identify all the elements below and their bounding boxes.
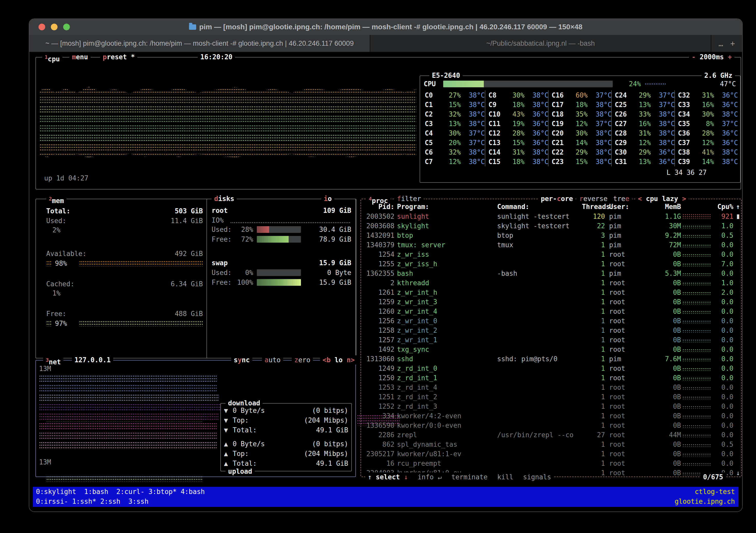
proc-box: 4proc filter per-core reverse tree < cpu… [361, 199, 742, 477]
menu-button[interactable]: menu [69, 52, 91, 62]
core-cell: C2030%38°C [549, 128, 612, 138]
terminate-action[interactable]: terminate [451, 473, 488, 481]
proc-scrollbar[interactable] [733, 212, 742, 221]
core-cell: C1718%38°C [549, 100, 612, 109]
signals-action[interactable]: signals [523, 473, 551, 481]
free-meter [79, 320, 203, 327]
core-cell: C3113%36°C [612, 157, 675, 166]
mem-free-pct: 97% [46, 319, 203, 328]
process-row[interactable]: 334 kworker/4:2-even 1 root 0B 0.0 [361, 411, 735, 420]
proc-scrollbar[interactable] [733, 468, 742, 478]
process-row[interactable]: 862 spl_dynamic_tas 1 root 0B 0.5 [361, 440, 735, 449]
core-cell: C2831%38°C [612, 128, 675, 138]
net-sync-button[interactable]: sync [231, 355, 253, 364]
process-row[interactable]: 1257 z_wr_int_1 1 root 0B 0.0 [361, 335, 735, 345]
cpu-mini-meter [682, 330, 711, 333]
mem-available-pct: 98% [46, 259, 203, 268]
core-cell: C712%38°C [422, 157, 485, 166]
proc-table-header[interactable]: Pid: Program: Command: Threads: User: Me… [361, 202, 740, 211]
process-row[interactable]: 1255 z_wr_iss_h 1 root 0B 7.0 [361, 259, 735, 269]
net-interface-switcher[interactable]: <b lo n> [320, 355, 357, 364]
core-cell: C918%38°C [485, 100, 549, 109]
process-row[interactable]: 2 kthreadd 1 root 0B 1.0 [361, 278, 735, 287]
core-cell: C2315%38°C [549, 157, 612, 166]
new-tab-button[interactable]: + [730, 39, 735, 48]
process-row[interactable]: 2305217 kworker/u81:1-ev 1 root 0B 0.0 [361, 449, 735, 459]
core-cell: C1431%38°C [485, 147, 549, 157]
process-row[interactable]: 1336590 kworker/0:0-even 1 root 0B 0.0 [361, 420, 735, 430]
info-action[interactable]: info [418, 473, 434, 481]
cpu-mini-meter [682, 406, 711, 409]
update-interval-control[interactable]: - 2000ms + [689, 52, 734, 62]
net-auto-button[interactable]: auto [262, 355, 283, 364]
process-row[interactable]: 1249 z_rd_int_0 1 root 0B 0.0 [361, 363, 735, 373]
cpu-total-pct: 24% [613, 79, 641, 89]
mem-cached-pct: 1% [46, 289, 203, 298]
process-row[interactable]: 1260 z_wr_int_4 1 root 0B 0.0 [361, 306, 735, 316]
process-list: 2003502 sunlight sunlight -testcert 120 … [361, 212, 735, 478]
minimize-button[interactable] [51, 24, 58, 30]
process-row[interactable]: 1432091 btop btop 3 pim 9.2M 0.5 [361, 230, 735, 240]
core-cell: C3430%38°C [675, 109, 738, 119]
folder-icon [189, 24, 196, 30]
core-cell: C1119%36°C [485, 119, 549, 128]
title-bar[interactable]: pim — [mosh] pim@glootie.ipng.ch: /home/… [29, 19, 742, 35]
process-row[interactable]: 1492 txg_sync 1 root 0B 0.0 [361, 345, 735, 354]
disk-swap-used-row: Used: 0% 0 Byte [212, 268, 351, 277]
tmux-windows-list[interactable]: 0:skylight 1:bash 2:curl- 3:btop* 4:bash [36, 487, 205, 496]
kill-action[interactable]: kill [497, 473, 513, 481]
interval-minus-button[interactable]: - [691, 53, 696, 61]
cpu-mini-meter [682, 396, 711, 399]
sort-arrow-icon[interactable]: ↑ [733, 202, 742, 211]
core-cell: C2429%37°C [612, 91, 675, 100]
cpu-box-title[interactable]: 1cpu [42, 52, 63, 64]
select-up-icon[interactable]: ↑ [368, 473, 372, 481]
process-row[interactable]: 1362355 bash -bash 1 pim 5.3M 0.0 [361, 269, 735, 278]
select-action[interactable]: select [376, 473, 400, 481]
cpu-detail-box: E5-2640 2.6 GHz CPU 24% 47°C C027%38°CC1… [419, 75, 741, 183]
process-row[interactable]: 1251 z_rd_int_2 1 root 0B 0.0 [361, 392, 735, 402]
cpu-mini-meter [682, 349, 711, 352]
tab-mosh-session[interactable]: ~ — [mosh] pim@glootie.ipng.ch: /home/pi… [29, 35, 370, 52]
core-cell: C2716%38°C [612, 119, 675, 128]
select-down-icon[interactable]: ↓ [404, 473, 408, 481]
process-row[interactable]: 2286 zrepl /usr/bin/zrepl --co 27 root 4… [361, 430, 735, 440]
cpu-mini-meter [682, 463, 711, 466]
core-cell: C3231%36°C [675, 91, 738, 100]
process-row[interactable]: 1340379 tmux: server tmux 1 pim 72M 0.0 [361, 240, 735, 250]
process-row[interactable]: 1259 z_wr_int_3 1 root 0B 0.0 [361, 297, 735, 306]
core-cell: C1835%38°C [549, 109, 612, 119]
tab-sabbatical-bash[interactable]: ~/Public/sabbatical.ipng.nl — -bash [370, 35, 711, 52]
io-mode-button[interactable]: io [321, 194, 334, 203]
process-row[interactable]: 1250 z_rd_int_1 1 root 0B 0.0 [361, 373, 735, 383]
mem-cached-row: Cached:6.34 GiB [46, 279, 203, 289]
traffic-lights [39, 24, 70, 30]
core-cell: C2229%38°C [549, 147, 612, 157]
process-row[interactable]: 1313060 sshd sshd: pim@pts/0 1 pim 7.6M … [361, 354, 735, 363]
process-row[interactable]: 1252 z_rd_int_3 1 root 0B 0.0 [361, 402, 735, 411]
process-row[interactable]: 1253 z_rd_int_4 1 root 0B 0.0 [361, 383, 735, 392]
process-row[interactable]: 1254 z_wr_iss 1 root 0B 0.0 [361, 250, 735, 259]
cpu-mini-meter [682, 339, 711, 342]
core-cell: C1912%37°C [549, 119, 612, 128]
zoom-button[interactable] [63, 24, 70, 30]
process-row[interactable]: 2003608 skylight skylight -testcert 22 p… [361, 221, 735, 230]
interval-plus-button[interactable]: + [728, 53, 732, 61]
close-button[interactable] [39, 24, 45, 30]
cpu-total-temp: 47°C [667, 79, 736, 89]
process-row[interactable]: 1261 z_wr_int_h 1 root 0B 2.0 [361, 287, 735, 297]
core-cell: C3841%38°C [675, 147, 738, 157]
process-row[interactable]: 1258 z_wr_int_2 1 root 0B 0.0 [361, 326, 735, 335]
preset-button[interactable]: preset * [100, 52, 137, 62]
tmux-sessions-list[interactable]: 0:irssi- 1:ssh* 2:ssh 3:ssh [36, 497, 148, 506]
net-zero-button[interactable]: zero [292, 355, 313, 364]
tab-overflow-button[interactable]: … [718, 39, 723, 48]
disks-box-title[interactable]: disks [212, 194, 237, 203]
process-row[interactable]: 2003502 sunlight sunlight -testcert 120 … [361, 212, 735, 221]
io-rates-box: download ▼ 0 Byte/s (0 bitps) ▼ Top: [220, 403, 352, 471]
process-row[interactable]: 16 rcu_preempt 1 root 0B 0.0 [361, 459, 735, 468]
mem-box-title[interactable]: 2mem [46, 194, 67, 205]
terminal-window: pim — [mosh] pim@glootie.ipng.ch: /home/… [29, 18, 742, 512]
cpu-mini-meter [682, 377, 711, 380]
process-row[interactable]: 1256 z_wr_int_0 1 root 0B 0.0 [361, 316, 735, 326]
